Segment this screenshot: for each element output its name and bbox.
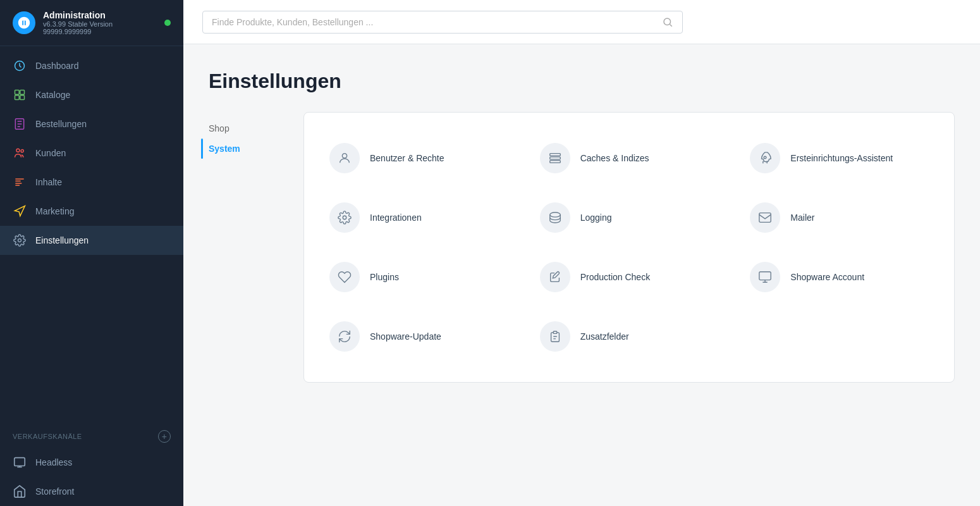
bestellungen-icon [13, 117, 27, 131]
svg-rect-14 [549, 161, 560, 163]
svg-point-15 [764, 156, 766, 159]
svg-rect-1 [15, 90, 20, 95]
shopware-update-label: Shopware-Update [370, 331, 441, 342]
sidebar-item-dashboard[interactable]: Dashboard [0, 51, 183, 80]
logging-icon [540, 202, 570, 233]
svg-rect-9 [15, 458, 25, 466]
status-dot [164, 20, 171, 26]
svg-rect-13 [549, 157, 560, 159]
settings-item-shopware-account[interactable]: Shopware Account [737, 250, 941, 304]
svg-point-16 [343, 216, 346, 219]
integrationen-label: Integrationen [370, 213, 422, 223]
benutzer-rechte-label: Benutzer & Rechte [370, 153, 444, 163]
sidebar-item-headless[interactable]: Headless [0, 448, 183, 477]
svg-point-17 [549, 213, 560, 217]
settings-item-mailer[interactable]: Mailer [737, 191, 941, 244]
svg-point-7 [21, 150, 23, 152]
kunden-icon [13, 146, 27, 160]
headless-icon [13, 455, 27, 469]
add-sales-channel-button[interactable]: + [158, 430, 171, 443]
settings-card: Benutzer & Rechte Caches & Indizes [303, 112, 955, 383]
kataloge-icon [13, 88, 27, 102]
sidebar-item-kunden[interactable]: Kunden [0, 139, 183, 168]
sidebar-item-bestellungen[interactable]: Bestellungen [0, 109, 183, 139]
verkaufskanaele-label: Verkaufskanäle [13, 433, 82, 440]
settings-item-benutzer-rechte[interactable]: Benutzer & Rechte [317, 132, 521, 185]
inhalte-icon [13, 175, 27, 189]
settings-grid: Benutzer & Rechte Caches & Indizes [317, 132, 941, 363]
settings-sidenav: Shop System [209, 112, 285, 383]
rocket-icon [750, 143, 780, 173]
settings-item-plugins[interactable]: Plugins [317, 250, 521, 304]
search-button[interactable] [662, 16, 673, 28]
settings-item-shopware-update[interactable]: Shopware-Update [317, 310, 521, 363]
shopware-account-label: Shopware Account [790, 272, 864, 282]
sidebar-item-storefront[interactable]: Storefront [0, 477, 183, 506]
plugin-icon [329, 262, 360, 292]
update-icon [329, 321, 360, 352]
app-logo [13, 11, 35, 34]
settings-item-production-check[interactable]: Production Check [527, 250, 732, 304]
svg-rect-12 [549, 154, 560, 156]
dashboard-icon [13, 59, 27, 73]
mailer-label: Mailer [790, 213, 814, 223]
production-check-label: Production Check [580, 272, 651, 282]
page-title: Einstellungen [209, 70, 955, 93]
svg-rect-20 [553, 331, 557, 334]
einstellungen-icon [13, 233, 27, 247]
sidenav-item-system[interactable]: System [209, 139, 285, 159]
integrationen-icon [329, 202, 360, 233]
storefront-label: Storefront [35, 486, 74, 497]
settings-item-integrationen[interactable]: Integrationen [317, 191, 521, 244]
main-content: Einstellungen Shop System [183, 44, 980, 506]
zusatzfelder-label: Zusatzfelder [580, 331, 629, 342]
production-check-icon [540, 262, 570, 292]
app-title-group: Administration v6.3.99 Stable Version 99… [43, 10, 157, 35]
settings-item-ersteinrichtungs-assistent[interactable]: Ersteinrichtungs-Assistent [737, 132, 941, 185]
svg-rect-3 [15, 96, 20, 100]
sidebar-header: Administration v6.3.99 Stable Version 99… [0, 0, 183, 46]
svg-rect-19 [759, 272, 771, 280]
search-bar-container[interactable] [202, 11, 683, 34]
search-input[interactable] [212, 17, 656, 27]
sidebar-item-marketing[interactable]: Marketing [0, 197, 183, 226]
app-name: Administration [43, 10, 157, 20]
sidebar: Administration v6.3.99 Stable Version 99… [0, 0, 183, 506]
sidebar-nav: Dashboard Kataloge Bestellungen Kunden I [0, 46, 183, 420]
ersteinrichtungs-assistent-label: Ersteinrichtungs-Assistent [790, 153, 893, 163]
cache-icon [540, 143, 570, 173]
svg-point-6 [16, 149, 20, 152]
verkaufskanaele-section: Verkaufskanäle + [0, 420, 183, 448]
app-version: v6.3.99 Stable Version 99999.9999999 [43, 20, 157, 35]
svg-point-8 [18, 239, 21, 242]
svg-rect-4 [20, 96, 25, 100]
sidebar-item-inhalte[interactable]: Inhalte [0, 168, 183, 197]
headless-label: Headless [35, 457, 72, 467]
logging-label: Logging [580, 213, 612, 223]
monitor-icon [750, 262, 780, 292]
topbar [183, 0, 980, 44]
sidebar-item-kataloge[interactable]: Kataloge [0, 80, 183, 109]
marketing-icon [13, 204, 27, 218]
settings-item-caches-indizes[interactable]: Caches & Indizes [527, 132, 732, 185]
caches-indizes-label: Caches & Indizes [580, 153, 649, 163]
svg-point-11 [342, 154, 346, 158]
svg-rect-18 [759, 213, 771, 223]
mail-icon [750, 202, 780, 233]
user-icon [329, 143, 360, 173]
storefront-icon [13, 484, 27, 498]
svg-rect-2 [20, 90, 25, 95]
main-area: Einstellungen Shop System [183, 0, 980, 506]
settings-item-zusatzfelder[interactable]: Zusatzfelder [527, 310, 732, 363]
sidenav-item-shop[interactable]: Shop [209, 118, 285, 139]
list-icon [540, 321, 570, 352]
plugins-label: Plugins [370, 272, 399, 282]
settings-layout: Shop System Benutzer & Rechte [209, 112, 955, 383]
svg-point-10 [664, 18, 671, 25]
sidebar-item-einstellungen[interactable]: Einstellungen [0, 226, 183, 255]
settings-item-logging[interactable]: Logging [527, 191, 732, 244]
